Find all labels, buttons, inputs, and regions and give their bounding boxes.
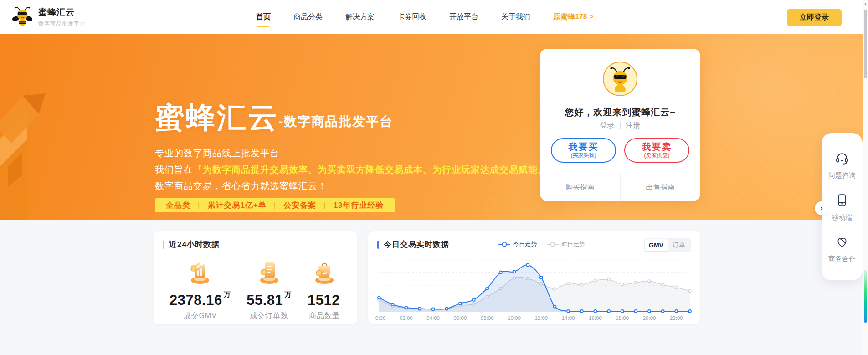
svg-text:10:00: 10:00 [508, 315, 521, 321]
scrollbar-up-arrow[interactable]: ▲ [863, 2, 868, 6]
hero-tagbar: 全品类 | 累计交易1亿+单 | 公安备案 | 13年行业经验 [155, 198, 395, 212]
buyer-button[interactable]: 我要买 (买家采购) [551, 138, 616, 163]
stat-orders-value: 55.81万 [247, 290, 292, 309]
products-bag-icon [311, 257, 338, 287]
stat-gmv-value: 2378.16万 [169, 290, 231, 309]
tag-total-trades: 累计交易1亿+单 [207, 200, 266, 211]
hero-line2-highlight: 『为数字商品提升交易效率、为买卖双方降低交易成本、为行业玩家达成交易赋能』 [193, 165, 547, 175]
panel-item-business-label: 商务合作 [828, 255, 856, 263]
sell-guide-link[interactable]: 出售指南 [620, 174, 701, 201]
logo-title: 蜜蜂汇云 [38, 6, 86, 18]
svg-text:12:00: 12:00 [534, 315, 548, 321]
hero-line2-prefix: 我们旨在 [155, 165, 193, 175]
panel-item-consult[interactable]: 问题咨询 [828, 150, 856, 180]
metric-toggle: GMV 订单 [644, 238, 691, 252]
svg-text:14:00: 14:00 [562, 315, 575, 321]
hero-slogan-line2: 我们旨在『为数字商品提升交易效率、为买卖双方降低交易成本、为行业玩家达成交易赋能… [155, 164, 547, 176]
headset-icon [834, 150, 850, 168]
seller-button-label: 我要卖 [625, 142, 688, 152]
toggle-gmv[interactable]: GMV [645, 239, 668, 251]
svg-text:00:00: 00:00 [375, 315, 385, 321]
buyer-button-sub: (买家采购) [552, 152, 615, 159]
heart-icon [834, 235, 850, 251]
stat-products-value: 1512 [308, 290, 341, 309]
tag-separator: | [324, 201, 326, 210]
welcome-login-card: 您好，欢迎来到蜜蜂汇云~ 登录 注册 我要买 (买家采购) 我要卖 (卖家供应)… [540, 49, 700, 201]
nav-categories[interactable]: 商品分类 [293, 0, 324, 34]
trend-line-chart[interactable]: 00:0002:0004:0006:0008:0010:0012:0014:00… [375, 254, 693, 322]
hero-banner: 蜜蜂汇云 -数字商品批发平台 专业的数字商品线上批发平台 我们旨在『为数字商品提… [0, 34, 868, 220]
svg-text:08:00: 08:00 [481, 315, 494, 321]
gmv-chart-icon [187, 257, 213, 287]
welcome-greeting: 您好，欢迎来到蜜蜂汇云~ [540, 106, 700, 118]
chevron-right-icon: › [820, 204, 823, 213]
hero-slogan-line1: 专业的数字商品线上批发平台 [155, 147, 279, 159]
scroll-gradient-indicator [864, 270, 867, 323]
panel-collapse-button[interactable]: › [815, 201, 828, 215]
stat-gmv-label: 成交GMV [183, 311, 216, 321]
logo[interactable]: 蜜蜂汇云 数字商品批发平台 [12, 5, 86, 28]
svg-text:20:00: 20:00 [643, 315, 656, 321]
svg-text:06:00: 06:00 [454, 315, 467, 321]
buy-guide-link[interactable]: 购买指南 [540, 174, 620, 201]
login-now-button[interactable]: 立即登录 [787, 9, 842, 26]
buyer-button-label: 我要买 [552, 142, 615, 152]
legend-today-glyph [498, 244, 510, 245]
svg-text:04:00: 04:00 [426, 315, 440, 321]
nav-solutions[interactable]: 解决方案 [344, 0, 375, 34]
data-section: 近24小时数据 2378.16万 [0, 220, 868, 355]
scrollbar-thumb[interactable] [864, 10, 867, 78]
chart-card-title: 今日交易实时数据 [384, 239, 449, 250]
title-marker [377, 241, 379, 249]
panel-item-business[interactable]: 商务合作 [828, 235, 856, 263]
bee-avatar [603, 62, 637, 96]
browser-scrollbar[interactable]: ▲ [863, 0, 868, 355]
title-marker [163, 241, 164, 249]
floating-help-panel: › 问题咨询 移动端 [822, 133, 863, 280]
tag-separator: | [198, 201, 200, 210]
stats-card-title: 近24小时数据 [169, 239, 220, 250]
stat-orders: 55.81万 成交订单数 [247, 257, 292, 321]
panel-item-mobile-label: 移动端 [832, 213, 853, 222]
stat-products-label: 商品数量 [309, 311, 340, 321]
stat-orders-label: 成交订单数 [250, 311, 288, 321]
growth-arrow-graphic [0, 71, 64, 220]
panel-item-mobile[interactable]: 移动端 [832, 192, 853, 222]
nav-home[interactable]: 首页 [255, 0, 272, 34]
hero-title: 蜜蜂汇云 [155, 103, 279, 133]
svg-text:16:00: 16:00 [589, 315, 602, 321]
top-navbar: 蜜蜂汇云 数字商品批发平台 首页 商品分类 解决方案 卡券回收 开放平台 关于我… [0, 0, 868, 34]
seller-button-sub: (卖家供应) [625, 152, 688, 159]
chart-legend: 今日走势 昨日走势 [498, 240, 585, 248]
tag-separator: | [274, 201, 276, 210]
svg-text:22:00: 22:00 [670, 315, 683, 321]
toggle-orders[interactable]: 订单 [668, 239, 690, 251]
nav-about[interactable]: 关于我们 [500, 0, 531, 34]
stat-products: 1512 商品数量 [308, 257, 341, 321]
stats-24h-card: 近24小时数据 2378.16万 [154, 231, 357, 324]
tag-all-categories: 全品类 [166, 200, 190, 211]
legend-yesterday-label: 昨日走势 [561, 240, 585, 248]
orders-clipboard-icon [256, 257, 282, 287]
register-link[interactable]: 注册 [626, 121, 641, 130]
nav-card-recycle[interactable]: 卡券回收 [396, 0, 427, 34]
seller-button[interactable]: 我要卖 (卖家供应) [624, 138, 689, 163]
hero-title-suffix: -数字商品批发平台 [279, 113, 393, 133]
auth-divider [620, 122, 621, 129]
legend-yesterday-glyph [547, 244, 559, 245]
nav-open-platform[interactable]: 开放平台 [448, 0, 479, 34]
login-link[interactable]: 登录 [600, 121, 615, 130]
svg-text:18:00: 18:00 [616, 315, 629, 321]
tag-industry-experience: 13年行业经验 [334, 200, 384, 211]
legend-yesterday[interactable]: 昨日走势 [547, 240, 585, 248]
legend-today[interactable]: 今日走势 [498, 240, 537, 248]
realtime-chart-card: 今日交易实时数据 今日走势 昨日走势 GMV 订单 00:0002:0004:0… [368, 231, 700, 324]
mobile-icon [835, 192, 849, 210]
main-nav: 首页 商品分类 解决方案 卡券回收 开放平台 关于我们 原蜜蜂178 > [255, 0, 594, 34]
hero-slogan-line3: 数字商品交易，省心省力就选蜜蜂汇云！ [155, 180, 327, 192]
legend-today-label: 今日走势 [513, 240, 537, 248]
panel-item-consult-label: 问题咨询 [828, 171, 856, 180]
stat-gmv: 2378.16万 成交GMV [169, 257, 231, 321]
svg-text:02:00: 02:00 [400, 315, 413, 321]
nav-legacy-site-link[interactable]: 原蜜蜂178 > [552, 0, 594, 34]
